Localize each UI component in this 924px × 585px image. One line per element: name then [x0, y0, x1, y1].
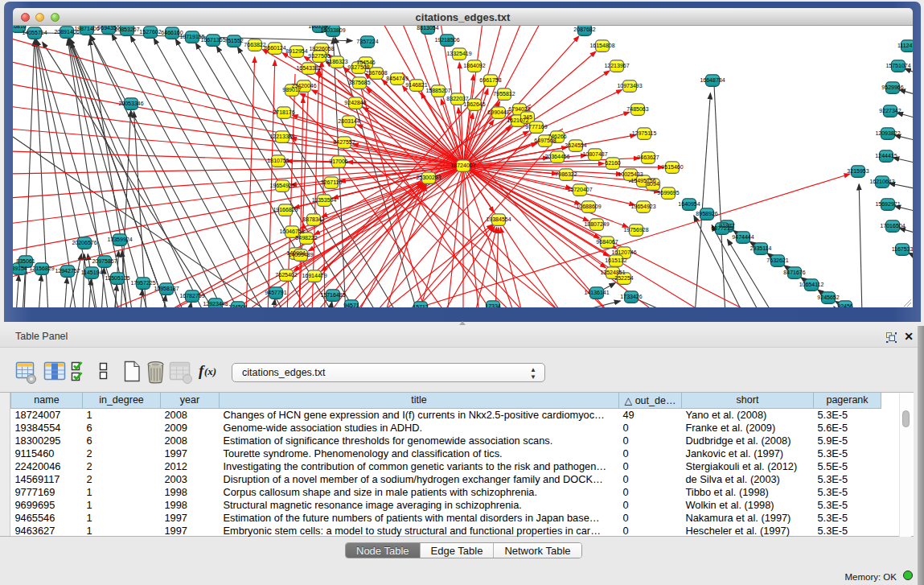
svg-text:10973493: 10973493 [617, 83, 642, 89]
svg-text:14055714: 14055714 [22, 30, 47, 35]
svg-text:3624554: 3624554 [565, 142, 586, 148]
svg-text:8813054: 8813054 [417, 26, 438, 31]
svg-text:9242848: 9242848 [344, 100, 366, 105]
svg-text:16648784: 16648784 [700, 77, 725, 83]
svg-text:8878342: 8878342 [302, 216, 324, 222]
svg-text:1864092: 1864092 [463, 63, 485, 68]
svg-text:16046758: 16046758 [279, 229, 304, 234]
svg-text:8454749: 8454749 [386, 76, 408, 81]
svg-text:16671355: 16671355 [200, 37, 225, 43]
svg-text:10853267: 10853267 [114, 27, 139, 32]
svg-text:12156829: 12156829 [29, 266, 54, 271]
svg-text:15720407: 15720407 [567, 187, 592, 192]
svg-text:16154808: 16154808 [589, 43, 614, 48]
svg-text:16816: 16816 [13, 26, 27, 29]
svg-text:9245652: 9245652 [817, 295, 839, 300]
svg-text:3267110: 3267110 [321, 179, 343, 185]
svg-text:1527602: 1527602 [139, 29, 161, 35]
svg-text:2087682: 2087682 [573, 27, 595, 32]
svg-text:14099489: 14099489 [288, 252, 313, 257]
svg-text:7485063: 7485063 [626, 106, 648, 112]
svg-text:10958187: 10958187 [154, 286, 179, 291]
svg-text:9227342: 9227342 [879, 108, 901, 113]
svg-text:39154: 39154 [13, 266, 27, 271]
svg-text:12505135: 12505135 [105, 275, 129, 281]
svg-text:6961758: 6961758 [479, 77, 501, 83]
svg-text:18226058: 18226058 [309, 46, 334, 51]
svg-text:7625402: 7625402 [275, 272, 297, 278]
svg-text:15692971: 15692971 [875, 201, 900, 207]
svg-text:18724007: 18724007 [450, 163, 475, 168]
svg-text:20364456: 20364456 [544, 154, 569, 159]
svg-text:15885207: 15885207 [425, 88, 450, 93]
svg-text:19384554: 19384554 [486, 216, 511, 222]
svg-text:20053346: 20053346 [118, 101, 143, 106]
svg-text:9457791: 9457791 [265, 290, 286, 295]
svg-text:19654925: 19654925 [269, 183, 294, 188]
svg-text:9684067: 9684067 [596, 239, 618, 245]
svg-text:252254: 252254 [614, 275, 633, 281]
svg-text:10654112: 10654112 [799, 282, 824, 287]
svg-text:9146821: 9146821 [405, 82, 427, 88]
svg-text:17334: 17334 [485, 303, 501, 308]
svg-text:3215953: 3215953 [847, 168, 869, 174]
svg-text:6990448: 6990448 [487, 109, 509, 115]
svg-text:9515460: 9515460 [661, 164, 683, 170]
svg-text:1167533: 1167533 [892, 246, 913, 252]
svg-text:12213389: 12213389 [269, 134, 294, 139]
svg-text:16543382: 16543382 [296, 65, 321, 71]
svg-text:12213967: 12213967 [604, 63, 629, 68]
svg-text:10688609: 10688609 [576, 204, 601, 209]
svg-text:20206576: 20206576 [72, 240, 97, 245]
svg-text:92456: 92456 [837, 303, 853, 308]
svg-text:989017: 989017 [282, 87, 301, 93]
svg-text:17957225: 17957225 [130, 280, 155, 286]
svg-text:14136141: 14136141 [584, 290, 609, 295]
svg-text:8660124: 8660124 [264, 45, 285, 51]
svg-text:19756928: 19756928 [623, 227, 648, 233]
svg-text:8958926: 8958926 [696, 211, 717, 216]
svg-text:6794028: 6794028 [508, 106, 530, 112]
svg-text:2803144: 2803144 [338, 118, 359, 124]
svg-text:16914479: 16914479 [302, 273, 326, 278]
svg-text:7632621: 7632621 [766, 257, 788, 263]
svg-text:6497568: 6497568 [534, 138, 556, 143]
svg-text:1733426: 1733426 [620, 294, 642, 299]
svg-text:345: 345 [523, 114, 532, 120]
svg-text:7955812: 7955812 [493, 91, 515, 97]
svg-text:19654923: 19654923 [630, 204, 655, 209]
svg-text:9327508: 9327508 [347, 64, 369, 70]
svg-text:9474444: 9474444 [732, 234, 754, 240]
svg-text:16120746: 16120746 [611, 249, 636, 255]
svg-text:3875685: 3875685 [348, 80, 370, 85]
svg-text:12093822: 12093822 [875, 130, 900, 136]
svg-text:8094: 8094 [647, 181, 659, 187]
svg-text:7663822: 7663822 [244, 42, 265, 47]
svg-text:15751074: 15751074 [885, 63, 910, 68]
svg-text:6877215: 6877215 [711, 225, 733, 231]
svg-text:12975115: 12975115 [632, 130, 657, 136]
svg-text:1362645: 1362645 [463, 101, 485, 107]
svg-text:5498222: 5498222 [295, 235, 317, 241]
svg-text:835061: 835061 [16, 258, 35, 264]
svg-text:1810755: 1810755 [267, 158, 289, 163]
svg-text:16210643: 16210643 [869, 179, 894, 184]
svg-text:13524851: 13524851 [600, 270, 625, 275]
svg-text:62160: 62160 [605, 160, 621, 166]
svg-text:(x): (x) [204, 365, 216, 377]
svg-text:9699695: 9699695 [657, 190, 679, 196]
svg-text:10025433: 10025433 [618, 171, 643, 177]
svg-text:7986322: 7986322 [555, 171, 577, 177]
svg-text:8322037: 8322037 [446, 96, 468, 101]
svg-text:17359924: 17359924 [107, 237, 132, 242]
svg-text:1145194: 1145194 [81, 270, 103, 275]
svg-text:2935114: 2935114 [750, 245, 772, 251]
svg-text:25300293: 25300293 [416, 175, 441, 180]
svg-text:1615132: 1615132 [605, 257, 626, 263]
svg-text:17016504: 17016504 [880, 223, 905, 229]
svg-text:8912954: 8912954 [285, 48, 307, 54]
svg-text:1244415: 1244415 [875, 153, 897, 159]
svg-text:12923448: 12923448 [203, 301, 228, 307]
svg-text:2367608: 2367608 [365, 70, 387, 76]
svg-text:19218506: 19218506 [434, 37, 459, 43]
